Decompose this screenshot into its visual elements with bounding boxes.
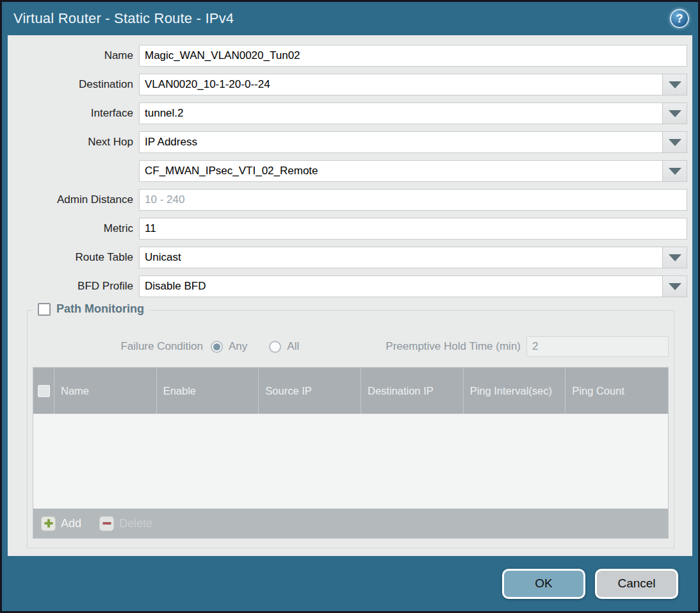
form-row-name: Name [8,45,687,67]
path-monitoring-title: Path Monitoring [56,302,144,316]
help-icon[interactable]: ? [670,9,689,28]
ok-button[interactable]: OK [502,569,585,599]
next-hop-type-dropdown-button[interactable] [663,131,687,153]
table-header-row: Name Enable Source IP Destination IP Pin… [33,368,668,414]
dialog-title: Virtual Router - Static Route - IPv4 [13,10,670,27]
bfd-profile-input[interactable] [139,275,663,297]
form-row-next-hop-address [8,160,687,182]
failure-condition-radio-group: Any All [211,340,299,353]
route-table-input[interactable] [139,247,663,268]
form-row-interface: Interface [8,102,687,124]
chevron-down-icon [669,110,681,117]
next-hop-type-input[interactable] [139,131,663,153]
table-body-empty [33,414,668,509]
form-row-route-table: Route Table [8,247,687,268]
all-radio [269,341,281,353]
radio-option-all: All [269,340,299,353]
title-bar: Virtual Router - Static Route - IPv4 ? [2,2,698,35]
interface-input[interactable] [139,102,663,124]
minus-icon [99,516,114,531]
chevron-down-icon [669,139,681,146]
chevron-down-icon [669,81,681,88]
path-monitoring-checkbox[interactable] [38,303,51,316]
chevron-down-icon [669,168,681,175]
name-label: Name [8,49,139,62]
failure-condition-label: Failure Condition [33,340,203,353]
chevron-down-icon [669,283,681,290]
any-radio-label: Any [229,340,247,353]
form-row-next-hop: Next Hop [8,131,687,153]
failure-condition-row: Failure Condition Any All Preemptive Hol… [33,336,669,357]
destination-label: Destination [8,78,139,91]
path-monitoring-table: Name Enable Source IP Destination IP Pin… [33,367,669,539]
path-monitoring-section: Path Monitoring Failure Condition Any Al… [27,310,674,548]
destination-dropdown-button[interactable] [663,74,687,95]
delete-button: Delete [99,516,152,531]
delete-button-label: Delete [119,517,152,530]
column-header-ping-interval: Ping Interval(sec) [464,368,566,414]
column-header-enable: Enable [157,368,259,414]
bfd-profile-dropdown-button[interactable] [663,275,687,297]
select-all-checkbox-cell [33,368,54,414]
next-hop-address-input[interactable] [139,160,663,182]
add-button-label: Add [61,517,81,530]
next-hop-address-dropdown-button[interactable] [663,160,687,182]
static-route-dialog: Virtual Router - Static Route - IPv4 ? N… [0,0,700,613]
dialog-footer: OK Cancel [2,556,698,611]
destination-input[interactable] [139,74,663,95]
plus-icon [41,516,56,531]
radio-option-any: Any [211,340,247,353]
path-monitoring-legend: Path Monitoring [33,302,149,316]
table-toolbar: Add Delete [33,509,668,538]
cancel-button[interactable]: Cancel [595,569,678,599]
preemptive-hold-time-input [526,336,669,357]
interface-label: Interface [8,107,139,120]
column-header-name: Name [54,368,157,414]
form-row-destination: Destination [8,74,687,95]
name-input[interactable] [139,45,687,67]
metric-label: Metric [8,222,139,235]
form-row-metric: Metric [8,218,687,240]
admin-distance-label: Admin Distance [8,193,139,206]
any-radio [211,341,223,353]
route-table-label: Route Table [8,251,139,264]
preemptive-hold-time-label: Preemptive Hold Time (min) [386,340,521,353]
next-hop-label: Next Hop [8,136,139,149]
metric-input[interactable] [139,218,687,240]
column-header-destination-ip: Destination IP [361,368,464,414]
interface-dropdown-button[interactable] [663,102,687,124]
dialog-body: Name Destination Interface Next Hop [8,35,692,556]
chevron-down-icon [669,254,681,261]
column-header-ping-count: Ping Count [566,368,668,414]
bfd-profile-label: BFD Profile [8,280,139,293]
route-table-dropdown-button[interactable] [663,247,687,268]
add-button[interactable]: Add [41,516,81,531]
column-header-source-ip: Source IP [259,368,361,414]
select-all-checkbox [38,385,50,397]
admin-distance-input[interactable] [139,189,687,211]
form-row-admin-distance: Admin Distance [8,189,687,211]
form-row-bfd-profile: BFD Profile [8,275,687,297]
all-radio-label: All [287,340,299,353]
